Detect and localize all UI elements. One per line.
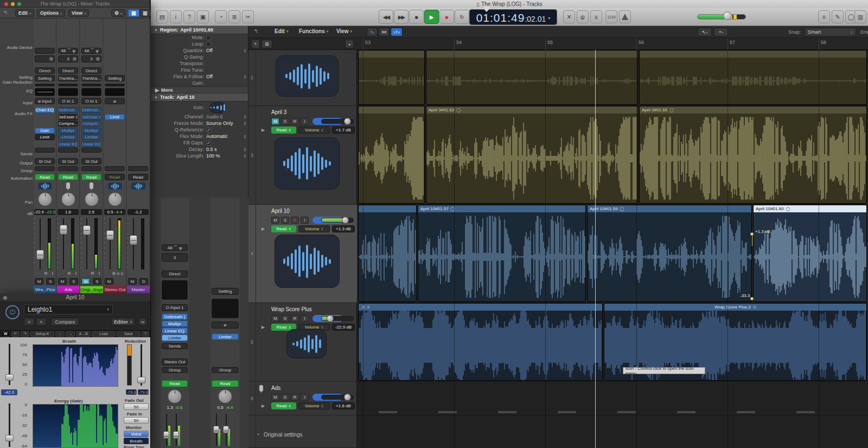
automation-disclosure-icon[interactable]: ▶ xyxy=(261,128,265,132)
toolbar-icon[interactable]: ▣ xyxy=(197,10,209,23)
plugin-slot[interactable]: Limiter xyxy=(81,134,101,140)
pan-knob[interactable] xyxy=(108,192,122,206)
region-header[interactable] xyxy=(359,205,416,212)
region-body[interactable] xyxy=(359,311,602,380)
audio-region[interactable] xyxy=(358,205,417,302)
group-select[interactable] xyxy=(128,166,148,171)
volume-fader[interactable] xyxy=(60,225,67,235)
plugin-slot[interactable]: DeEsser 2 xyxy=(58,114,78,120)
more-disclosure-icon[interactable]: ▶ xyxy=(155,87,159,93)
close-icon[interactable] xyxy=(4,2,8,6)
track-header-ads[interactable]: 6AdsMSRITrack▶Read⇕Volume⇕+1.6 dB xyxy=(248,382,357,415)
mixer-strip-ads[interactable]: 48 ⌒ φ3DirectTheWra...O In 1DeBreat...De… xyxy=(57,18,80,293)
cycle-button[interactable]: ↻ xyxy=(455,10,469,24)
media-browser-icon[interactable]: ▥ xyxy=(854,10,866,23)
automation-read-select[interactable]: Read⇕ xyxy=(271,225,296,232)
lcd-chevron-icon[interactable]: ▾ xyxy=(548,16,550,21)
stop-button[interactable]: ■ xyxy=(409,10,424,24)
snap-select[interactable]: Smart⇕ xyxy=(805,28,856,36)
track-value[interactable]: Audio 6 xyxy=(206,114,223,119)
help-button[interactable]: ? xyxy=(142,331,149,337)
volume-knob[interactable] xyxy=(342,217,349,224)
plugin-slot[interactable]: Limit xyxy=(35,134,55,140)
region-body[interactable] xyxy=(359,58,424,104)
stepper-icon[interactable]: ▴▾ xyxy=(244,154,246,158)
output-select[interactable]: Stereo Out xyxy=(162,358,188,365)
region-header[interactable]: April 10#01.60◯ xyxy=(754,205,866,212)
region-loop-icon[interactable]: ◯ xyxy=(620,207,624,211)
region-stub[interactable] xyxy=(379,411,397,413)
record-channel-select[interactable] xyxy=(35,55,55,62)
plugin-slot[interactable]: Multipr xyxy=(162,320,188,327)
fade-in-value[interactable]: 50 xyxy=(124,417,149,424)
save-button[interactable]: Save xyxy=(117,331,141,337)
automation-mode-select[interactable]: Read xyxy=(128,174,148,180)
eq-thumbnail[interactable] xyxy=(35,88,55,96)
region-stub[interactable] xyxy=(677,411,695,413)
plugin-slot[interactable]: Limiter xyxy=(212,333,239,340)
direct-monitoring-button[interactable]: Direct xyxy=(35,67,55,74)
power-icon[interactable]: ⏻ xyxy=(5,305,20,319)
i-button[interactable]: I xyxy=(301,315,309,322)
note-pads-icon[interactable]: ✎ xyxy=(832,10,844,23)
audio-region[interactable] xyxy=(426,50,638,105)
energy-threshold-fader[interactable] xyxy=(9,403,10,447)
output-select[interactable]: St Out xyxy=(58,158,78,165)
i-button[interactable]: I xyxy=(301,118,309,125)
next-preset-button[interactable]: > xyxy=(36,318,47,326)
automation-disclosure-icon[interactable]: ▶ xyxy=(261,403,265,408)
input-select[interactable]: ⌀ xyxy=(105,98,125,104)
audio-region[interactable]: .3① xyxy=(358,303,603,381)
region-loop-icon[interactable]: ◯ xyxy=(786,207,790,211)
prev-preset-button[interactable]: < xyxy=(24,318,35,326)
track-header-original-settings[interactable]: Original settings▾ xyxy=(248,415,357,448)
plugin-slot[interactable]: Linear EQ xyxy=(58,141,78,147)
mixer-settings-gear-icon[interactable]: ⚙▾ xyxy=(111,9,125,17)
undo-icon[interactable]: ↶ xyxy=(11,331,20,337)
group-select[interactable]: Group xyxy=(162,367,188,373)
db-display[interactable]: 2.5 xyxy=(81,209,102,215)
editor-select[interactable]: Editor⇕ xyxy=(111,318,135,326)
input-select[interactable]: O In 1 xyxy=(81,98,101,104)
record-button[interactable]: ● xyxy=(439,10,454,24)
automation-param-select[interactable]: Volume⇕ xyxy=(298,127,330,134)
solo-button[interactable]: S xyxy=(46,278,55,285)
minimize-icon[interactable] xyxy=(11,2,15,6)
setting-button[interactable]: TheWra... xyxy=(81,75,101,81)
audio-region[interactable] xyxy=(639,50,867,105)
disclosure-triangle-icon[interactable]: ▾ xyxy=(257,432,259,437)
track-waveform-icon[interactable] xyxy=(275,137,340,190)
link-icon[interactable]: ∞ xyxy=(138,318,148,326)
region-body[interactable] xyxy=(588,212,751,301)
s-button[interactable]: S xyxy=(281,118,289,125)
i-button[interactable]: I xyxy=(301,217,309,224)
automation-value[interactable]: +1.3 dB xyxy=(332,225,355,232)
track-value[interactable]: Automatic xyxy=(206,134,228,139)
solo-button[interactable]: S xyxy=(93,278,101,285)
flex-icon[interactable]: ⋈ xyxy=(379,28,390,36)
plugin-slot[interactable]: Multipr xyxy=(81,128,101,134)
send-slot[interactable] xyxy=(35,148,55,153)
automation-mode-select[interactable]: Read xyxy=(212,380,239,387)
redo-icon[interactable]: ↷ xyxy=(21,331,29,337)
automation-mode-select[interactable]: Read xyxy=(162,380,188,387)
mixer-strip-wra-plus[interactable]: DirectSetting⌀ InputChan EQGainLimitSt O… xyxy=(34,18,56,293)
i-button[interactable]: I xyxy=(301,394,309,401)
add-track-button[interactable]: + xyxy=(251,40,260,48)
region-header[interactable]: Wrap Score Plus.3① xyxy=(604,304,866,311)
eq-thumbnail[interactable] xyxy=(105,88,125,96)
monitor-voice-button[interactable]: Voice xyxy=(124,431,149,437)
track-lane[interactable]: April 10#01.57◯April 10#01.59◯April 10#0… xyxy=(357,205,868,303)
region-more-row[interactable]: ▶ More xyxy=(151,86,248,93)
crosshair-tool[interactable]: + ▾ xyxy=(714,28,728,36)
list-editors-icon[interactable]: ≡ xyxy=(818,10,830,23)
direct-monitoring-button[interactable]: Direct xyxy=(58,67,78,74)
record-channel-select[interactable]: 3 xyxy=(162,253,188,262)
region-body[interactable] xyxy=(640,58,866,104)
channel-name-tab[interactable]: Origi...tings xyxy=(80,286,103,293)
mini-fader-handle[interactable] xyxy=(163,431,169,439)
monitor-breath-button[interactable]: Breath xyxy=(124,438,149,444)
plugin-slot[interactable]: Linear EQ xyxy=(162,327,188,334)
region-body[interactable] xyxy=(359,212,416,301)
track-lane[interactable] xyxy=(357,50,868,106)
